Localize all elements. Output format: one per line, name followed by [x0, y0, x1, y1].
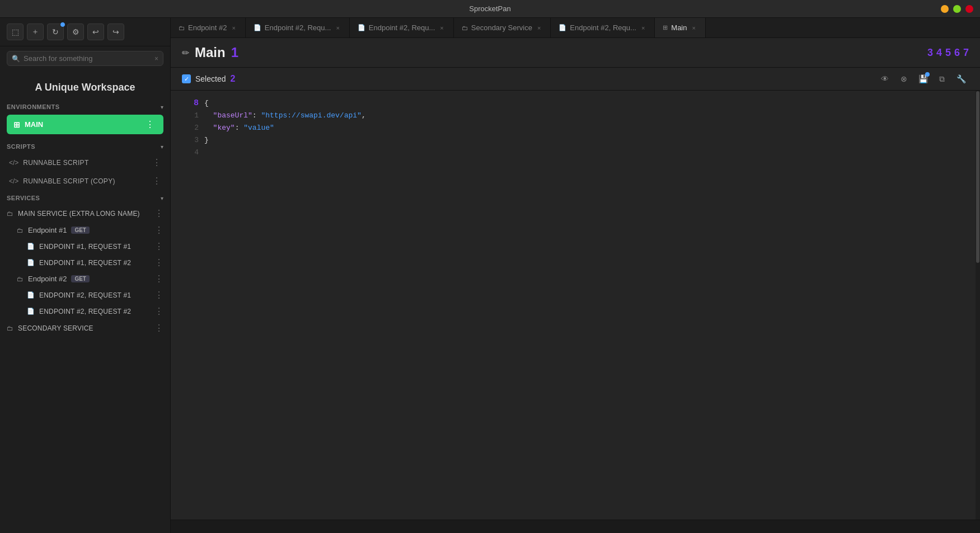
maximize-button[interactable]: □	[953, 5, 961, 13]
runnable-script-more-button[interactable]: ⋮	[152, 157, 161, 168]
request-1-1-more-button[interactable]: ⋮	[154, 241, 163, 252]
tab-secondary-service[interactable]: 🗀 Secondary Service ×	[454, 18, 551, 37]
editor-toolbar: ✓ Selected 2 👁 ⊗ 💾 ⧉ 🔧	[171, 68, 980, 91]
main-env-more-button[interactable]: ⋮	[143, 118, 157, 131]
scripts-section-header[interactable]: SCRIPTS ▾	[0, 139, 170, 153]
environments-chevron: ▾	[161, 104, 163, 110]
request-2-1-more-button[interactable]: ⋮	[154, 290, 163, 300]
request-2-1-label: ENDPOINT #2, REQUEST #1	[39, 291, 131, 299]
redo-button[interactable]: ↪	[107, 23, 124, 40]
sync-button[interactable]: ↻	[47, 23, 64, 40]
editor-scrollbar[interactable]	[976, 91, 980, 520]
copy-icon-button[interactable]: ⧉	[934, 71, 950, 87]
folder-icon-endpoint2: 🗀	[17, 275, 24, 283]
code-content[interactable]: { "baseUrl": "https://swapi.dev/api", "k…	[204, 91, 976, 520]
tab-endpoint2-folder[interactable]: 🗀 Endpoint #2 ×	[171, 18, 246, 37]
line-num-active: 8	[194, 97, 199, 110]
close-button[interactable]: ×	[965, 5, 973, 13]
settings-button[interactable]: ⚙	[67, 23, 84, 40]
tab-5-close[interactable]: ×	[640, 24, 646, 32]
endpoint-1-label: Endpoint #1	[28, 226, 67, 234]
sidebar-item-runnable-script-copy[interactable]: </> RUNNABLE SCRIPT (COPY) ⋮	[2, 172, 168, 190]
request-2-2[interactable]: 📄 ENDPOINT #2, REQUEST #2 ⋮	[0, 303, 170, 319]
tab-folder-icon-4: 🗀	[462, 25, 468, 31]
editor-title: Main	[195, 45, 226, 60]
add-button[interactable]: ＋	[27, 23, 44, 40]
sidebar: ⬚ ＋ ↻ ⚙ ↩ ↪ 🔍 × A Uniqu	[0, 18, 171, 533]
main-env-item[interactable]: ⊞ MAIN ⋮	[7, 115, 163, 134]
runnable-script-copy-label: RUNNABLE SCRIPT (COPY)	[23, 177, 115, 185]
eye-icon-button[interactable]: 👁	[877, 71, 893, 87]
line-num-2: 2	[194, 122, 199, 134]
environments-label: ENVIRONMENTS	[7, 103, 60, 110]
service-secondary[interactable]: 🗀 SECONDARY SERVICE ⋮	[0, 319, 170, 337]
tab-4-close[interactable]: ×	[536, 24, 542, 32]
tab-doc-icon-5: 📄	[559, 24, 566, 31]
doc-icon-req12: 📄	[27, 259, 35, 266]
tab-2-close[interactable]: ×	[334, 24, 341, 32]
open-button[interactable]: ⬚	[7, 23, 24, 40]
endpoint-2[interactable]: 🗀 Endpoint #2 GET ⋮	[0, 271, 170, 287]
endpoint-2-method: GET	[71, 275, 90, 282]
services-chevron: ▾	[161, 195, 163, 201]
add-icon: ＋	[31, 27, 39, 37]
tab-1-close[interactable]: ×	[230, 24, 237, 32]
tab-grid-icon-6: ⊞	[663, 24, 668, 31]
tab-doc-icon-2: 📄	[254, 24, 261, 31]
code-icon-2: </>	[9, 177, 18, 185]
save-icon-button[interactable]: 💾	[915, 71, 931, 87]
tab-endpoint2-req1[interactable]: 📄 Endpoint #2, Requ... ×	[246, 18, 350, 37]
window-controls: − □ ×	[941, 5, 973, 13]
ctrl-num-5[interactable]: 5	[945, 47, 951, 59]
line-num-1: 1	[194, 110, 199, 122]
request-1-1[interactable]: 📄 ENDPOINT #1, REQUEST #1 ⋮	[0, 238, 170, 254]
ctrl-num-7[interactable]: 7	[963, 47, 969, 59]
undo-button[interactable]: ↩	[87, 23, 104, 40]
main-service-more-button[interactable]: ⋮	[154, 208, 163, 219]
tools-icon-button[interactable]: 🔧	[953, 71, 969, 87]
service-main[interactable]: 🗀 MAIN SERVICE (EXTRA LONG NAME) ⋮	[0, 205, 170, 222]
endpoint-1-more-button[interactable]: ⋮	[154, 225, 163, 235]
ctrl-num-4[interactable]: 4	[936, 47, 942, 59]
close-circle-icon-button[interactable]: ⊗	[896, 71, 912, 87]
tab-3-close[interactable]: ×	[438, 24, 445, 32]
search-clear-button[interactable]: ×	[154, 55, 158, 63]
titlebar: SprocketPan − □ ×	[0, 0, 980, 18]
edit-pencil-icon: ✏	[182, 48, 189, 58]
request-1-2[interactable]: 📄 ENDPOINT #1, REQUEST #2 ⋮	[0, 254, 170, 271]
tab-3-label: Endpoint #2, Requ...	[369, 23, 435, 32]
undo-icon: ↩	[92, 27, 99, 36]
endpoint-1[interactable]: 🗀 Endpoint #1 GET ⋮	[0, 222, 170, 238]
main-env-label: MAIN	[25, 120, 43, 129]
runnable-script-copy-more-button[interactable]: ⋮	[152, 176, 161, 186]
sidebar-item-runnable-script[interactable]: </> RUNNABLE SCRIPT ⋮	[2, 154, 168, 171]
main-service-label: MAIN SERVICE (EXTRA LONG NAME)	[18, 210, 140, 218]
ctrl-num-6[interactable]: 6	[954, 47, 960, 59]
request-2-2-more-button[interactable]: ⋮	[154, 306, 163, 317]
request-1-2-label: ENDPOINT #1, REQUEST #2	[39, 259, 131, 267]
scripts-chevron: ▾	[161, 144, 163, 150]
services-section-header[interactable]: SERVICES ▾	[0, 190, 170, 205]
code-line-4: }	[204, 134, 976, 147]
tab-endpoint2-req3[interactable]: 📄 Endpoint #2, Requ... ×	[551, 18, 655, 37]
grid-icon: ⊞	[13, 120, 20, 129]
search-input[interactable]	[24, 54, 151, 63]
request-1-2-more-button[interactable]: ⋮	[154, 257, 163, 268]
environments-section-header[interactable]: ENVIRONMENTS ▾	[0, 99, 170, 114]
code-line-3: "key": "value"	[204, 122, 976, 134]
tab-endpoint2-req2[interactable]: 📄 Endpoint #2, Requ... ×	[350, 18, 454, 37]
request-2-1[interactable]: 📄 ENDPOINT #2, REQUEST #1 ⋮	[0, 287, 170, 303]
sync-badge	[60, 22, 65, 27]
selected-checkbox[interactable]: ✓	[182, 74, 191, 83]
main-content: 🗀 Endpoint #2 × 📄 Endpoint #2, Requ... ×…	[171, 18, 980, 533]
ctrl-num-3[interactable]: 3	[927, 47, 933, 59]
tab-main[interactable]: ⊞ Main ×	[655, 18, 706, 37]
secondary-service-more-button[interactable]: ⋮	[154, 323, 163, 333]
line-num-3: 3	[194, 134, 199, 147]
minimize-button[interactable]: −	[941, 5, 949, 13]
folder-icon-secondary-service: 🗀	[7, 324, 13, 332]
folder-icon-main-service: 🗀	[7, 210, 13, 218]
request-1-1-label: ENDPOINT #1, REQUEST #1	[39, 243, 131, 251]
endpoint-2-more-button[interactable]: ⋮	[154, 273, 163, 284]
tab-6-close[interactable]: ×	[691, 24, 697, 32]
